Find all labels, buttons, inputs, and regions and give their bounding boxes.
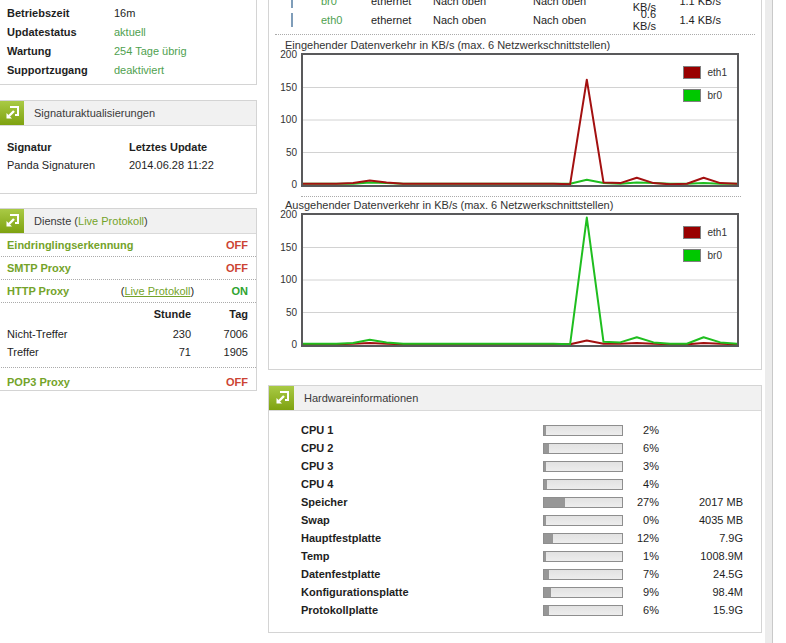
http-proxy-live-protocol: (Live Protokoll) [107,285,208,297]
import-icon [0,101,24,125]
usage-bar-fill [544,426,546,435]
y-axis-tick-label: 50 [271,147,297,159]
y-axis-tick-label: 150 [271,82,297,94]
status-row: Betriebszeit 16m [0,3,256,22]
stats-hour-value: 71 [113,346,191,358]
service-name: POP3 Proxy [7,376,208,388]
interface-rate-in: 0.6 KB/s [617,8,656,32]
usage-bar-fill [544,480,547,489]
hardware-info-panel: Hardwareinformationen CPU 1 2% CPU 2 6% … [268,385,762,633]
usage-bar [543,515,623,526]
outgoing-traffic-chart-title: Ausgehender Datenverkehr in KB/s (max. 6… [285,199,613,211]
panel-title-text: Dienste ( [34,215,78,227]
service-row: Eindringlingserkennung OFF [0,234,256,257]
interface-status: Nach oben [533,0,617,7]
status-value: deaktiviert [114,64,164,76]
hardware-row: Datenfestplatte 7% 24.5G [269,565,761,583]
interface-link-status: Nach oben [433,0,533,7]
hardware-row: Speicher 27% 2017 MB [269,493,761,511]
usage-percent: 6% [623,604,659,616]
interface-row: br0 ethernet Nach oben Nach oben 0.6 KB/… [269,0,761,10]
panel-title-text: ) [144,215,148,227]
interface-rate-out: 1.4 KB/s [656,14,721,26]
legend-entry: eth1 [683,64,727,81]
interface-checkbox-cell [269,0,321,7]
system-status-panel: Betriebszeit 16m Updatestatus aktuell Wa… [0,0,257,85]
panel-title: Signaturaktualisierungen [24,107,155,119]
hardware-row: CPU 3 3% [269,457,761,475]
usage-bar-fill [544,552,546,561]
hardware-row: Temp 1% 1008.9M [269,547,761,565]
usage-percent: 27% [623,496,659,508]
y-axis-tick-label: 100 [271,274,297,286]
eth1-legend-swatch [683,226,701,239]
legend-entry: br0 [683,87,727,104]
interface-checkbox[interactable] [291,0,293,8]
outgoing-traffic-chart: eth1 br0 [301,213,739,347]
panel-header: Hardwareinformationen [269,386,761,411]
stats-hour-value: 230 [113,328,191,340]
outgoing-chart-y-axis: 050100150200 [271,215,297,349]
signature-last-update: 2014.06.28 11:22 [129,159,214,171]
signature-table-header: Signatur Letztes Update [0,138,256,156]
usage-percent: 1% [623,550,659,562]
signature-updates-panel: Signaturaktualisierungen Signatur Letzte… [0,100,257,194]
interface-rate-out: 1.1 KB/s [656,0,721,7]
usage-bar-fill [544,570,549,579]
interface-checkbox-cell [269,14,321,26]
y-axis-tick-label: 0 [271,339,297,351]
stats-day-value: 7006 [191,328,248,340]
panel-header: Dienste (Live Protokoll) [0,209,256,234]
interface-link-status: Nach oben [433,14,533,26]
usage-percent: 3% [623,460,659,472]
usage-bar-fill [544,534,553,543]
hardware-label: Speicher [269,496,543,508]
import-icon [0,209,24,233]
usage-bar [543,569,623,580]
signature-row: Panda Signaturen 2014.06.28 11:22 [0,156,256,174]
hardware-label: Datenfestplatte [269,568,543,580]
status-value: 16m [114,7,135,19]
update-col-header: Letztes Update [129,141,207,153]
service-name: Eindringlingserkennung [7,239,208,251]
usage-size: 15.9G [659,604,743,616]
hardware-label: CPU 1 [269,424,543,436]
network-traffic-panel: br0 ethernet Nach oben Nach oben 0.6 KB/… [268,0,762,370]
hardware-label: CPU 4 [269,478,543,490]
interface-name: eth0 [321,14,371,26]
services-panel: Dienste (Live Protokoll) Eindringlingser… [0,208,257,391]
interface-row: eth0 ethernet Nach oben Nach oben 0.6 KB… [269,10,761,29]
live-protocol-link[interactable]: Live Protokoll [124,285,190,297]
usage-size: 4035 MB [659,514,743,526]
status-label: Wartung [7,45,114,57]
usage-percent: 4% [623,478,659,490]
y-axis-tick-label: 200 [271,49,297,61]
y-axis-tick-label: 100 [271,114,297,126]
interface-checkbox[interactable] [291,13,293,27]
status-value: 254 Tage übrig [114,45,187,57]
service-name: HTTP Proxy [7,285,107,297]
usage-bar [543,587,623,598]
service-row: SMTP Proxy OFF [0,257,256,280]
usage-bar-fill [544,462,546,471]
incoming-chart-y-axis: 050100150200 [271,55,297,189]
signature-name: Panda Signaturen [7,159,129,171]
stats-label: Treffer [7,346,113,358]
status-label: Betriebszeit [7,7,114,19]
paren: ) [191,285,195,297]
hardware-label: CPU 3 [269,460,543,472]
legend-label: br0 [708,90,722,101]
status-row: Supportzugang deaktiviert [0,60,256,79]
usage-bar-fill [544,588,551,597]
divider [301,196,741,197]
usage-bar [543,497,623,508]
usage-bar-fill [544,498,565,507]
live-protocol-link[interactable]: Live Protokoll [78,215,144,227]
day-col-header: Tag [191,308,248,320]
usage-bar [543,605,623,616]
hardware-row: Hauptfestplatte 12% 7.9G [269,529,761,547]
proxy-stats-table: Stunde Tag Nicht-Treffer 230 7006 Treffe… [0,303,256,368]
service-status: OFF [208,239,248,251]
usage-size: 24.5G [659,568,743,580]
chart-legend: eth1 br0 [683,224,727,270]
